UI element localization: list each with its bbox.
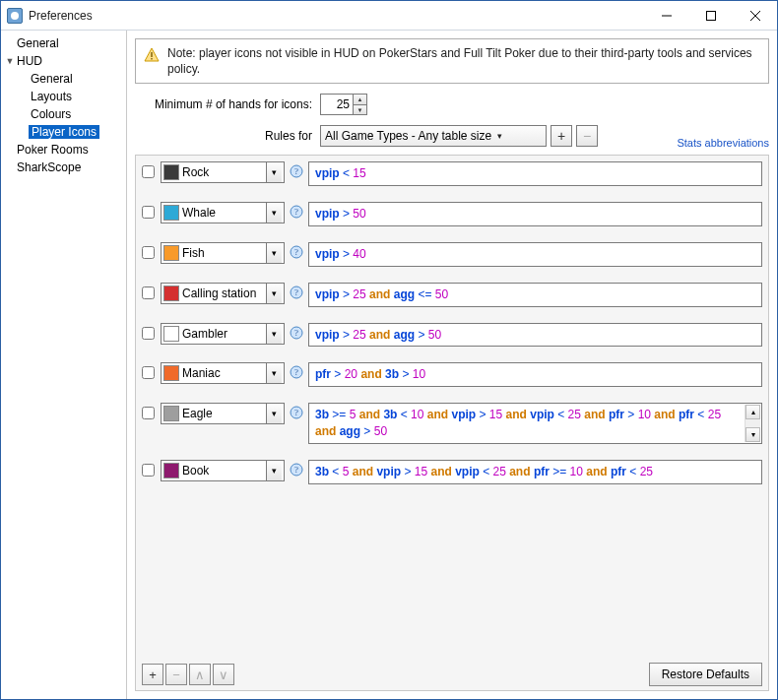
spinner-down-icon[interactable]: ▼ (354, 105, 366, 115)
spinner-up-icon[interactable]: ▲ (354, 95, 366, 105)
help-icon[interactable]: ? (290, 365, 303, 379)
rules-for-remove-button[interactable]: − (576, 125, 598, 147)
svg-text:?: ? (294, 166, 298, 176)
titlebar: Preferences (1, 1, 777, 31)
nav-item-layouts[interactable]: Layouts (1, 88, 126, 105)
rule-name-combo[interactable]: Rock▾ (161, 161, 285, 183)
svg-line-2 (750, 11, 760, 21)
rule-row: Gambler▾?vpip > 25 and agg > 50 (142, 323, 762, 348)
rules-for-combo[interactable]: All Game Types - Any table size ▾ (320, 125, 547, 147)
chevron-down-icon[interactable]: ▾ (266, 243, 282, 263)
rule-expression-input[interactable]: pfr > 20 and 3b > 10 (308, 362, 762, 387)
rule-name-combo[interactable]: Whale▾ (161, 202, 285, 223)
window-close-button[interactable] (733, 1, 777, 30)
help-icon[interactable]: ? (290, 164, 303, 178)
rule-row: Book▾?3b < 5 and vpip > 15 and vpip < 25… (142, 460, 762, 484)
rule-row: Rock▾?vpip < 15 (142, 161, 762, 186)
rule-name-label: Whale (182, 206, 264, 220)
rule-row: Fish▾?vpip > 40 (142, 242, 762, 267)
chevron-down-icon[interactable]: ▾ (266, 203, 282, 223)
rule-expression-input[interactable]: 3b < 5 and vpip > 15 and vpip < 25 and p… (308, 460, 762, 484)
rule-enable-checkbox[interactable] (142, 165, 155, 178)
rules-panel-toolbar: + − ∧ ∨ Restore Defaults (142, 659, 762, 690)
help-icon[interactable]: ? (290, 205, 303, 219)
rules-for-row: Rules for All Game Types - Any table siz… (135, 123, 769, 149)
chevron-down-icon[interactable]: ▾ (266, 404, 282, 423)
rule-remove-button[interactable]: − (165, 664, 187, 685)
chevron-down-icon[interactable]: ▾ (266, 363, 282, 383)
rule-expression-input[interactable]: vpip > 25 and agg <= 50 (308, 283, 762, 307)
rule-icon (163, 205, 179, 221)
chevron-down-icon[interactable]: ▾ (266, 324, 282, 344)
nav-item-label: Player Icons (29, 125, 99, 139)
svg-text:?: ? (294, 465, 298, 475)
help-icon[interactable]: ? (290, 286, 303, 299)
chevron-down-icon[interactable]: ▾ (266, 162, 282, 182)
nav-item-general[interactable]: General (1, 70, 126, 88)
rule-name-combo[interactable]: Fish▾ (161, 242, 285, 264)
rule-name-combo[interactable]: Book▾ (161, 460, 285, 481)
nav-item-poker-rooms[interactable]: Poker Rooms (1, 141, 126, 159)
help-icon[interactable]: ? (290, 463, 303, 477)
nav-item-label: General (15, 36, 61, 50)
rule-name-combo[interactable]: Calling station▾ (161, 283, 285, 304)
help-icon[interactable]: ? (290, 406, 303, 419)
rule-name-label: Calling station (182, 286, 264, 300)
chevron-down-icon[interactable]: ▾ (266, 461, 282, 480)
nav-item-label: Colours (29, 107, 73, 121)
nav-item-player-icons[interactable]: Player Icons (1, 123, 126, 141)
rule-enable-checkbox[interactable] (142, 464, 155, 477)
expression-scrollbar[interactable]: ▴▾ (745, 405, 760, 442)
tree-arrow-icon: ▼ (5, 56, 15, 66)
rule-expression-input[interactable]: vpip > 25 and agg > 50 (308, 323, 762, 348)
rule-enable-checkbox[interactable] (142, 366, 155, 379)
rule-expression-input[interactable]: vpip > 40 (308, 242, 762, 267)
rule-icon (163, 286, 179, 301)
min-hands-input[interactable] (321, 95, 353, 114)
svg-text:?: ? (294, 287, 298, 297)
info-note-text: Note: player icons not visible in HUD on… (167, 45, 760, 77)
rule-add-button[interactable]: + (142, 664, 163, 685)
rules-for-add-button[interactable]: + (551, 125, 572, 147)
window-maximize-button[interactable] (688, 1, 733, 30)
nav-tree: General▼HUDGeneralLayoutsColoursPlayer I… (1, 31, 127, 699)
nav-item-sharkscope[interactable]: SharkScope (1, 159, 126, 176)
svg-text:?: ? (294, 328, 298, 338)
rule-enable-checkbox[interactable] (142, 327, 155, 340)
svg-text:?: ? (294, 207, 298, 217)
rule-enable-checkbox[interactable] (142, 206, 155, 219)
rule-icon (163, 463, 179, 478)
restore-defaults-button[interactable]: Restore Defaults (649, 663, 762, 686)
scroll-down-icon[interactable]: ▾ (746, 427, 760, 442)
rule-expression-input[interactable]: vpip > 50 (308, 202, 762, 226)
rule-move-down-button[interactable]: ∨ (213, 664, 234, 685)
chevron-down-icon[interactable]: ▾ (266, 284, 282, 303)
nav-item-hud[interactable]: ▼HUD (1, 52, 126, 70)
preferences-window: Preferences General▼HUDGeneralLayoutsCol… (0, 0, 778, 700)
help-icon[interactable]: ? (290, 245, 303, 259)
rule-row: Eagle▾?3b >= 5 and 3b < 10 and vpip > 15… (142, 403, 762, 444)
chevron-down-icon: ▾ (497, 131, 502, 141)
min-hands-spinner[interactable]: ▲ ▼ (320, 94, 367, 115)
rule-enable-checkbox[interactable] (142, 407, 155, 419)
rule-icon (163, 164, 179, 180)
rule-move-up-button[interactable]: ∧ (189, 664, 211, 685)
rule-name-label: Maniac (182, 366, 264, 380)
rule-icon (163, 326, 179, 342)
window-minimize-button[interactable] (644, 1, 688, 30)
app-icon (7, 8, 23, 24)
window-title: Preferences (29, 9, 93, 23)
rule-name-combo[interactable]: Gambler▾ (161, 323, 285, 345)
rule-expression-input[interactable]: 3b >= 5 and 3b < 10 and vpip > 15 and vp… (308, 403, 762, 444)
rule-enable-checkbox[interactable] (142, 286, 155, 299)
rule-name-combo[interactable]: Eagle▾ (161, 403, 285, 424)
rule-name-combo[interactable]: Maniac▾ (161, 362, 285, 384)
rule-enable-checkbox[interactable] (142, 246, 155, 259)
rule-row: Calling station▾?vpip > 25 and agg <= 50 (142, 283, 762, 307)
rule-expression-input[interactable]: vpip < 15 (308, 161, 762, 186)
nav-item-general[interactable]: General (1, 34, 126, 52)
help-icon[interactable]: ? (290, 326, 303, 340)
scroll-up-icon[interactable]: ▴ (746, 405, 760, 419)
stats-abbreviations-link[interactable]: Stats abbreviations (677, 123, 769, 149)
nav-item-colours[interactable]: Colours (1, 105, 126, 123)
